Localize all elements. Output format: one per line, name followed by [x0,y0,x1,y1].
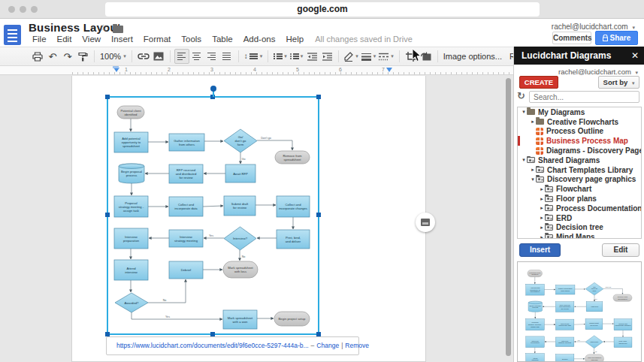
zoom-select[interactable]: 100% ▾ [98,49,128,64]
url-bar[interactable]: google.com [105,2,540,17]
align-center-button[interactable] [189,49,204,64]
chevron-down-icon: ▾ [373,53,376,59]
tree-item-my-diagrams[interactable]: ▾My Diagrams [518,107,641,117]
pencil-icon [344,52,353,62]
selection-handle-e[interactable] [316,213,321,217]
expander-right-icon[interactable]: ▸ [539,215,545,221]
remove-link[interactable]: Remove [345,342,369,349]
tree-item-flowchart[interactable]: ▸Flowchart [518,184,641,194]
menu-item-file[interactable]: File [27,35,52,46]
expander-down-icon[interactable]: ▾ [521,109,527,115]
insert-comment-button[interactable] [416,213,435,232]
tree-item-decision-tree[interactable]: ▸Decision tree [518,223,641,233]
window-zoom-button[interactable] [31,6,38,13]
tree-item-erd[interactable]: ▸ERD [518,213,641,223]
menu-item-insert[interactable]: Insert [106,35,138,46]
star-icon[interactable]: ☆ [99,23,107,33]
undo-button[interactable]: ↶ [45,49,60,64]
insert-image-button[interactable] [151,49,166,64]
insert-button[interactable]: Insert [519,243,561,257]
menu-item-view[interactable]: View [77,35,106,46]
svg-text:Proposal: Proposal [532,321,539,323]
paint-format-button[interactable] [75,49,90,64]
align-right-icon [207,53,216,61]
window-close-button[interactable] [8,6,15,13]
tree-item-label: Process Outline [546,127,603,135]
svg-text:Interview: Interview [561,340,568,342]
expander-right-icon[interactable]: ▸ [539,186,545,192]
bulleted-list-button[interactable]: ▾ [289,49,305,64]
rotation-stem [213,91,214,97]
tree-item-process-documentation[interactable]: ▸Process Documentation [518,204,641,213]
menu-item-tools[interactable]: Tools [176,35,207,46]
shared-folder-icon [545,225,553,231]
close-icon[interactable]: ✕ [631,47,639,65]
tree-item-floor-plans[interactable]: ▸Floor plans [518,194,641,204]
line-weight-button[interactable]: ▾ [360,49,378,64]
svg-text:with loss: with loss [591,359,599,360]
print-button[interactable] [30,49,45,64]
line-weight-icon [361,53,371,61]
share-button[interactable]: Share [595,31,638,45]
comments-button[interactable]: Comments [552,32,591,44]
insert-link-button[interactable] [136,49,151,64]
line-color-button[interactable]: ▾ [343,49,360,64]
tree-item-chart-templates-library[interactable]: ▸Chart Templates Library [518,165,641,175]
image-link-url[interactable]: https://www.lucidchart.com/documents/edi… [116,342,309,349]
tree-item-process-outline[interactable]: Process Outline [518,127,641,137]
justify-button[interactable] [219,49,234,64]
docs-app-icon[interactable] [4,25,21,45]
search-input[interactable] [529,91,639,103]
expander-right-icon[interactable]: ▸ [530,167,536,173]
align-right-button[interactable] [204,49,219,64]
edit-button[interactable]: Edit [602,243,639,257]
menu-item-help[interactable]: Help [280,35,309,46]
move-folder-icon[interactable] [113,26,123,33]
svg-text:Debrief: Debrief [562,358,568,360]
right-margin-marker[interactable] [386,68,392,72]
tree-item-creative-flowcharts[interactable]: ▸Creative Flowcharts [518,117,641,127]
create-button[interactable]: CREATE [519,76,558,89]
menu-item-table[interactable]: Table [207,35,238,46]
change-link[interactable]: Change [316,342,339,349]
ruler-number: 1 [125,67,128,72]
tree-item-shared-diagrams[interactable]: ▾Shared Diagrams [518,155,641,165]
tree-item-diagrams-discovery-pages[interactable]: Diagrams - Discovery Pages [518,146,641,155]
line-dash-button[interactable]: ▾ [377,49,395,64]
tree-item-mind-maps[interactable]: ▸Mind Maps [518,232,641,239]
vertical-scrollbar[interactable] [506,78,511,356]
line-spacing-button[interactable]: ↕ ▾ [243,49,265,64]
rotation-handle[interactable] [210,86,216,92]
account-menu[interactable]: rachel@lucidchart.com ▾ [552,23,635,31]
selection-handle-w[interactable] [105,213,110,217]
svg-text:No: No [595,351,597,352]
menu-item-edit[interactable]: Edit [52,35,77,46]
sidebar-account-menu[interactable]: rachel@lucidchart.com ▾ [558,68,638,76]
sort-by-button[interactable]: Sort by ▾ [598,76,639,89]
expander-down-icon[interactable]: ▾ [530,176,536,183]
menu-item-add-ons[interactable]: Add-ons [238,35,281,46]
align-left-button[interactable] [174,49,189,64]
decrease-indent-button[interactable] [304,49,319,64]
expander-right-icon[interactable]: ▸ [539,205,545,211]
expander-right-icon[interactable]: ▸ [539,234,545,239]
expander-down-icon[interactable]: ▾ [521,157,527,163]
expander-right-icon[interactable]: ▸ [530,119,536,125]
tree-item-discovery-page-graphics[interactable]: ▾Discovery page graphics [518,175,641,185]
tree-item-label: Process Documentation [556,204,642,213]
link-icon [138,53,150,60]
redo-button[interactable]: ↷ [60,49,75,64]
indent-marker[interactable] [113,66,119,68]
image-options-button[interactable]: Image options... [442,49,503,64]
increase-indent-button[interactable] [319,49,334,64]
expander-right-icon[interactable]: ▸ [539,196,545,202]
menu-item-format[interactable]: Format [138,35,176,46]
numbered-list-button[interactable]: ▾ [272,49,289,64]
expander-right-icon[interactable]: ▸ [539,225,545,231]
comment-icon [421,219,430,226]
window-minimize-button[interactable] [20,6,26,13]
refresh-icon[interactable]: ↻ [517,90,525,101]
selection-handle-nw[interactable] [105,95,110,99]
tree-item-business-process-map[interactable]: Business Process Map [518,136,641,146]
selection-handle-ne[interactable] [316,95,321,99]
